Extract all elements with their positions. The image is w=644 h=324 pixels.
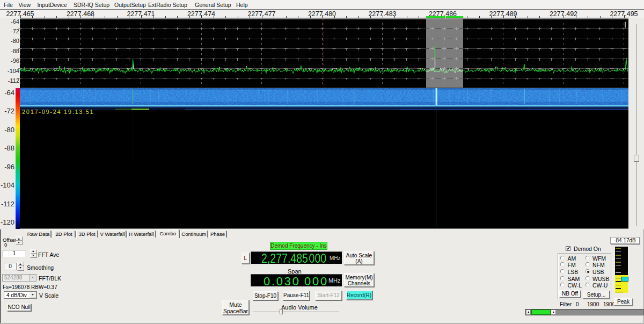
svg-text:2017-09-24 19:13:51: 2017-09-24 19:13:51 [22,109,94,115]
